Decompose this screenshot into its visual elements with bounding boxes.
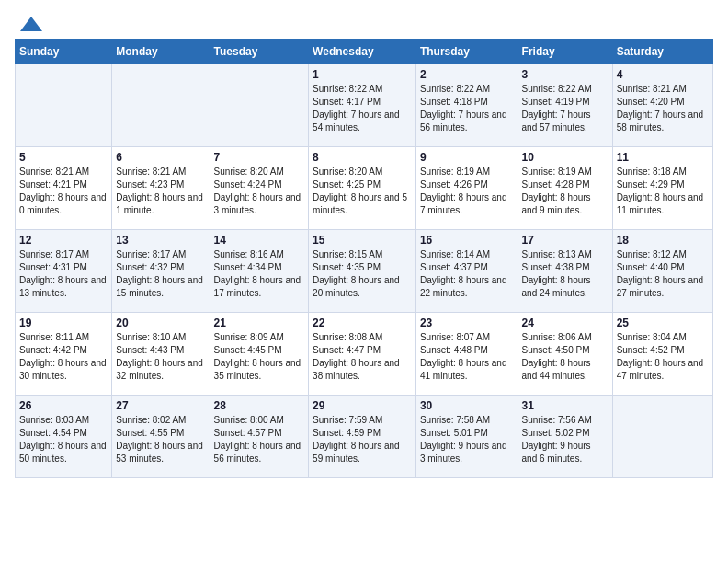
calendar-cell: 28 Sunrise: 8:00 AMSunset: 4:57 PMDaylig… bbox=[210, 396, 309, 478]
calendar-week-row: 19 Sunrise: 8:11 AMSunset: 4:42 PMDaylig… bbox=[16, 313, 713, 396]
day-number: 5 bbox=[19, 151, 108, 164]
day-number: 26 bbox=[19, 399, 108, 412]
day-number: 21 bbox=[214, 316, 305, 329]
calendar-cell: 20 Sunrise: 8:10 AMSunset: 4:43 PMDaylig… bbox=[112, 313, 210, 396]
day-number: 13 bbox=[116, 234, 205, 247]
day-info: Sunrise: 8:22 AMSunset: 4:17 PMDaylight:… bbox=[313, 83, 412, 134]
day-info: Sunrise: 8:04 AMSunset: 4:52 PMDaylight:… bbox=[617, 331, 709, 383]
calendar-cell bbox=[612, 396, 712, 478]
day-number: 8 bbox=[313, 151, 412, 164]
day-info: Sunrise: 8:02 AMSunset: 4:55 PMDaylight:… bbox=[116, 414, 205, 465]
calendar-cell: 6 Sunrise: 8:21 AMSunset: 4:23 PMDayligh… bbox=[112, 147, 210, 230]
weekday-header: Friday bbox=[518, 40, 612, 64]
calendar-cell: 23 Sunrise: 8:07 AMSunset: 4:48 PMDaylig… bbox=[415, 313, 518, 396]
day-info: Sunrise: 8:19 AMSunset: 4:26 PMDaylight:… bbox=[420, 166, 514, 217]
calendar-cell: 4 Sunrise: 8:21 AMSunset: 4:20 PMDayligh… bbox=[612, 64, 712, 147]
day-number: 24 bbox=[522, 316, 609, 329]
calendar-cell: 27 Sunrise: 8:02 AMSunset: 4:55 PMDaylig… bbox=[112, 396, 210, 478]
calendar-cell: 25 Sunrise: 8:04 AMSunset: 4:52 PMDaylig… bbox=[612, 313, 712, 396]
day-info: Sunrise: 8:20 AMSunset: 4:25 PMDaylight:… bbox=[313, 166, 412, 217]
day-info: Sunrise: 8:20 AMSunset: 4:24 PMDaylight:… bbox=[214, 166, 305, 217]
day-info: Sunrise: 8:22 AMSunset: 4:18 PMDaylight:… bbox=[420, 83, 514, 134]
day-info: Sunrise: 8:17 AMSunset: 4:31 PMDaylight:… bbox=[19, 248, 108, 300]
calendar-cell: 18 Sunrise: 8:12 AMSunset: 4:40 PMDaylig… bbox=[612, 230, 712, 313]
calendar-cell bbox=[16, 64, 112, 147]
day-info: Sunrise: 7:58 AMSunset: 5:01 PMDaylight:… bbox=[420, 414, 514, 465]
day-info: Sunrise: 8:08 AMSunset: 4:47 PMDaylight:… bbox=[313, 331, 412, 383]
day-info: Sunrise: 8:10 AMSunset: 4:43 PMDaylight:… bbox=[116, 331, 205, 383]
calendar-cell: 29 Sunrise: 7:59 AMSunset: 4:59 PMDaylig… bbox=[309, 396, 416, 478]
day-number: 7 bbox=[214, 151, 305, 164]
day-info: Sunrise: 8:06 AMSunset: 4:50 PMDaylight:… bbox=[522, 331, 609, 383]
calendar-cell: 16 Sunrise: 8:14 AMSunset: 4:37 PMDaylig… bbox=[415, 230, 518, 313]
calendar-cell: 9 Sunrise: 8:19 AMSunset: 4:26 PMDayligh… bbox=[415, 147, 518, 230]
day-info: Sunrise: 8:22 AMSunset: 4:19 PMDaylight:… bbox=[522, 83, 609, 134]
calendar-cell bbox=[210, 64, 309, 147]
day-number: 6 bbox=[116, 151, 205, 164]
day-info: Sunrise: 8:12 AMSunset: 4:40 PMDaylight:… bbox=[617, 248, 709, 300]
day-number: 12 bbox=[19, 234, 108, 247]
calendar-cell: 15 Sunrise: 8:15 AMSunset: 4:35 PMDaylig… bbox=[309, 230, 416, 313]
svg-marker-0 bbox=[20, 17, 42, 31]
calendar-week-row: 26 Sunrise: 8:03 AMSunset: 4:54 PMDaylig… bbox=[16, 396, 713, 478]
day-number: 4 bbox=[617, 68, 709, 81]
day-number: 14 bbox=[214, 234, 305, 247]
calendar-cell: 11 Sunrise: 8:18 AMSunset: 4:29 PMDaylig… bbox=[612, 147, 712, 230]
logo bbox=[15, 15, 44, 31]
calendar-cell: 31 Sunrise: 7:56 AMSunset: 5:02 PMDaylig… bbox=[518, 396, 612, 478]
day-info: Sunrise: 8:11 AMSunset: 4:42 PMDaylight:… bbox=[19, 331, 108, 383]
calendar-cell bbox=[112, 64, 210, 147]
calendar-cell: 8 Sunrise: 8:20 AMSunset: 4:25 PMDayligh… bbox=[309, 147, 416, 230]
day-number: 15 bbox=[313, 234, 412, 247]
calendar-cell: 17 Sunrise: 8:13 AMSunset: 4:38 PMDaylig… bbox=[518, 230, 612, 313]
calendar-week-row: 12 Sunrise: 8:17 AMSunset: 4:31 PMDaylig… bbox=[16, 230, 713, 313]
weekday-header: Thursday bbox=[415, 40, 518, 64]
day-info: Sunrise: 8:16 AMSunset: 4:34 PMDaylight:… bbox=[214, 248, 305, 300]
day-info: Sunrise: 8:21 AMSunset: 4:21 PMDaylight:… bbox=[19, 166, 108, 217]
calendar-header-row: SundayMondayTuesdayWednesdayThursdayFrid… bbox=[16, 40, 713, 64]
day-number: 3 bbox=[522, 68, 609, 81]
calendar-cell: 3 Sunrise: 8:22 AMSunset: 4:19 PMDayligh… bbox=[518, 64, 612, 147]
calendar-cell: 22 Sunrise: 8:08 AMSunset: 4:47 PMDaylig… bbox=[309, 313, 416, 396]
day-number: 20 bbox=[116, 316, 205, 329]
day-info: Sunrise: 8:09 AMSunset: 4:45 PMDaylight:… bbox=[214, 331, 305, 383]
calendar-cell: 21 Sunrise: 8:09 AMSunset: 4:45 PMDaylig… bbox=[210, 313, 309, 396]
day-number: 10 bbox=[522, 151, 609, 164]
weekday-header: Monday bbox=[112, 40, 210, 64]
calendar-cell: 2 Sunrise: 8:22 AMSunset: 4:18 PMDayligh… bbox=[415, 64, 518, 147]
calendar-cell: 19 Sunrise: 8:11 AMSunset: 4:42 PMDaylig… bbox=[16, 313, 112, 396]
day-number: 19 bbox=[19, 316, 108, 329]
day-number: 2 bbox=[420, 68, 514, 81]
calendar-cell: 24 Sunrise: 8:06 AMSunset: 4:50 PMDaylig… bbox=[518, 313, 612, 396]
calendar-cell: 12 Sunrise: 8:17 AMSunset: 4:31 PMDaylig… bbox=[16, 230, 112, 313]
day-number: 25 bbox=[617, 316, 709, 329]
day-number: 16 bbox=[420, 234, 514, 247]
weekday-header: Wednesday bbox=[309, 40, 416, 64]
day-number: 28 bbox=[214, 399, 305, 412]
calendar-cell: 5 Sunrise: 8:21 AMSunset: 4:21 PMDayligh… bbox=[16, 147, 112, 230]
day-info: Sunrise: 8:18 AMSunset: 4:29 PMDaylight:… bbox=[617, 166, 709, 217]
day-info: Sunrise: 8:15 AMSunset: 4:35 PMDaylight:… bbox=[313, 248, 412, 300]
calendar-cell: 7 Sunrise: 8:20 AMSunset: 4:24 PMDayligh… bbox=[210, 147, 309, 230]
day-info: Sunrise: 7:59 AMSunset: 4:59 PMDaylight:… bbox=[313, 414, 412, 465]
day-number: 29 bbox=[313, 399, 412, 412]
day-number: 23 bbox=[420, 316, 514, 329]
weekday-header: Sunday bbox=[16, 40, 112, 64]
day-info: Sunrise: 8:03 AMSunset: 4:54 PMDaylight:… bbox=[19, 414, 108, 465]
day-number: 22 bbox=[313, 316, 412, 329]
day-info: Sunrise: 8:19 AMSunset: 4:28 PMDaylight:… bbox=[522, 166, 609, 217]
calendar-week-row: 1 Sunrise: 8:22 AMSunset: 4:17 PMDayligh… bbox=[16, 64, 713, 147]
day-number: 18 bbox=[617, 234, 709, 247]
day-info: Sunrise: 8:17 AMSunset: 4:32 PMDaylight:… bbox=[116, 248, 205, 300]
day-number: 9 bbox=[420, 151, 514, 164]
logo-icon bbox=[18, 15, 44, 35]
day-number: 27 bbox=[116, 399, 205, 412]
calendar-cell: 1 Sunrise: 8:22 AMSunset: 4:17 PMDayligh… bbox=[309, 64, 416, 147]
calendar-cell: 30 Sunrise: 7:58 AMSunset: 5:01 PMDaylig… bbox=[415, 396, 518, 478]
day-number: 30 bbox=[420, 399, 514, 412]
day-info: Sunrise: 8:21 AMSunset: 4:23 PMDaylight:… bbox=[116, 166, 205, 217]
calendar-week-row: 5 Sunrise: 8:21 AMSunset: 4:21 PMDayligh… bbox=[16, 147, 713, 230]
calendar-cell: 10 Sunrise: 8:19 AMSunset: 4:28 PMDaylig… bbox=[518, 147, 612, 230]
day-info: Sunrise: 8:13 AMSunset: 4:38 PMDaylight:… bbox=[522, 248, 609, 300]
day-info: Sunrise: 8:07 AMSunset: 4:48 PMDaylight:… bbox=[420, 331, 514, 383]
